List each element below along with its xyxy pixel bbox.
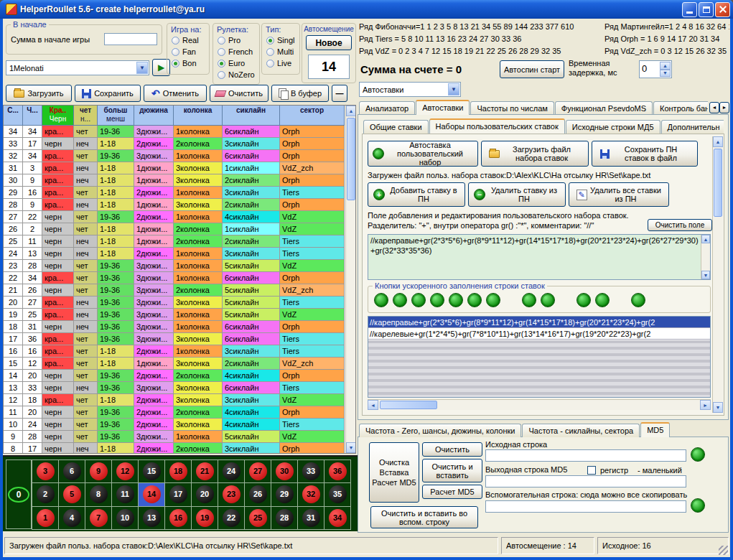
board-cell-23[interactable]: 23 (218, 483, 245, 506)
radio-real[interactable]: Real (172, 35, 209, 45)
subtab-исходные-строки-мд5[interactable]: Исходные строки МД5 (566, 120, 660, 134)
board-cell-6[interactable]: 6 (59, 460, 85, 483)
board-cell-30[interactable]: 30 (271, 460, 298, 483)
panel-vertical-scrollbar[interactable]: ▲ ▼ (712, 136, 723, 413)
edit-area-scrollbar[interactable]: ▲ ▼ (701, 235, 710, 279)
board-cell-16[interactable]: 16 (165, 507, 192, 530)
load-stakes-file-button[interactable]: Загрузить файл набора ставок (481, 141, 589, 167)
board-cell-4[interactable]: 4 (59, 507, 85, 530)
scrollbar-thumb[interactable] (380, 401, 437, 409)
clear-field-button[interactable]: Очистить поле (648, 219, 712, 231)
column-header-3[interactable]: Кра..Черн (42, 106, 74, 126)
board-cell-36[interactable]: 36 (325, 460, 351, 483)
register-checkbox[interactable] (587, 466, 596, 475)
column-header-8[interactable]: сиклайн (223, 106, 280, 126)
board-cell-19[interactable]: 19 (192, 507, 218, 530)
scrollbar-thumb[interactable] (347, 118, 355, 200)
radio-live[interactable]: Live (266, 58, 299, 68)
board-cell-20[interactable]: 20 (192, 483, 218, 506)
stakes-list-item-2[interactable]: //карелевые+gr(1*2*4*5)+gr(7*8*10*11)+gr… (368, 328, 710, 340)
autospin-start-button[interactable]: Автоспин старт (500, 60, 564, 78)
board-cell-21[interactable]: 21 (192, 460, 218, 483)
radio-bon[interactable]: Bon (172, 58, 209, 68)
board-cell-1[interactable]: 1 (32, 507, 59, 530)
bottomtab-md5[interactable]: MD5 (640, 422, 670, 437)
scroll-up-icon[interactable]: ▲ (701, 235, 710, 243)
collapse-button[interactable]: — (332, 85, 347, 102)
radio-pro[interactable]: Pro (218, 35, 259, 45)
save-stakes-file-button[interactable]: Сохранить ПН ставок в файл (592, 141, 698, 167)
board-cell-25[interactable]: 25 (245, 507, 271, 530)
preset-combobox[interactable]: 1Melonati ▼ (6, 60, 149, 75)
board-cell-17[interactable]: 17 (165, 483, 192, 506)
chevron-down-icon[interactable]: ▼ (136, 62, 148, 74)
stake-edit-area[interactable]: //кареправые+gr(2*3*5*6)+gr(8*9*11*12)+g… (368, 234, 711, 280)
load-button[interactable]: Загрузить (6, 85, 72, 102)
chevron-down-icon[interactable]: ▼ (448, 83, 459, 95)
md5-clear-and-paste-button[interactable]: Очистить и вставить (422, 459, 482, 482)
subtab-наборы-пользовательских-ставок[interactable]: Наборы пользовательских ставок (429, 118, 565, 134)
board-cell-2[interactable]: 2 (32, 483, 59, 506)
quick-fill-coin-5[interactable] (449, 293, 463, 307)
copy-to-buffer-button[interactable]: В буфер (271, 85, 329, 102)
stakes-listbox[interactable]: //кареправые+gr(2*3*5*6)+gr(8*9*11*12)+g… (368, 316, 711, 398)
md5-helper-coin-button[interactable] (691, 498, 705, 513)
list-horizontal-scrollbar[interactable]: ◄ ► (368, 399, 711, 410)
board-cell-22[interactable]: 22 (218, 507, 245, 530)
delay-spinner[interactable]: 0 ▲ ▼ (639, 60, 672, 78)
quick-fill-coin-9[interactable] (541, 293, 555, 307)
board-cell-8[interactable]: 8 (85, 483, 112, 506)
bottomtab-частота-сиклайны-сектора[interactable]: Частота - сиклайны, сектора (522, 424, 640, 437)
radio-singl[interactable]: Singl (266, 35, 299, 45)
board-cell-10[interactable]: 10 (112, 507, 139, 530)
board-cell-32[interactable]: 32 (298, 483, 325, 506)
md5-clear-paste-helper-button[interactable]: Очистить и вставить во вспом. строку (370, 506, 478, 528)
quick-fill-coin-1[interactable] (374, 293, 388, 307)
stakes-list-item-1[interactable]: //кареправые+gr(2*3*5*6)+gr(8*9*11*12)+g… (368, 317, 710, 328)
tab-scroll-left-button[interactable]: ◄ (709, 102, 719, 113)
board-cell-12[interactable]: 12 (112, 460, 139, 483)
subtab-дополнительн[interactable]: Дополнительн (661, 120, 724, 134)
board-cell-7[interactable]: 7 (85, 507, 112, 530)
board-cell-31[interactable]: 31 (298, 507, 325, 530)
tab-анализатор[interactable]: Анализатор (359, 101, 415, 115)
tab-функционал-psevdoms[interactable]: Функционал PsevdoMS (555, 101, 653, 115)
spinner-down-icon[interactable]: ▼ (660, 70, 671, 78)
quick-fill-coin-11[interactable] (595, 293, 610, 307)
radio-french[interactable]: French (218, 47, 259, 57)
scroll-up-icon[interactable]: ▲ (346, 106, 356, 116)
new-number-button[interactable]: Новое (306, 35, 352, 50)
tab-частоты-по-числам[interactable]: Частоты по числам (470, 101, 554, 115)
autostake-user-set-button[interactable]: Автоставка пользовательский набор (368, 141, 478, 167)
quick-fill-coin-4[interactable] (430, 293, 444, 307)
md5-source-input[interactable] (485, 449, 686, 462)
scroll-left-icon[interactable]: ◄ (368, 400, 378, 410)
quick-fill-coin-8[interactable] (522, 293, 536, 307)
maximize-button[interactable] (699, 2, 714, 17)
board-cell-29[interactable]: 29 (271, 483, 298, 506)
start-sum-input[interactable] (104, 33, 157, 45)
column-header-5[interactable]: большменш (98, 106, 134, 126)
clear-button[interactable]: Очистить (210, 85, 269, 102)
remove-stake-button[interactable]: −Удалить ставку из ПН (468, 182, 566, 207)
md5-helper-input[interactable] (485, 500, 686, 513)
board-cell-13[interactable]: 13 (139, 507, 165, 530)
tab-scroll-right-button[interactable]: ► (719, 102, 729, 113)
md5-clear-paste-calc-button[interactable]: Очистка Вставка Расчет MD5 (369, 442, 419, 503)
radio-euro[interactable]: Euro (218, 58, 259, 68)
board-cell-11[interactable]: 11 (112, 483, 139, 506)
board-cell-35[interactable]: 35 (325, 483, 351, 506)
autostakes-combobox[interactable]: Автоставки ▼ (359, 82, 461, 97)
subtab-общие-ставки[interactable]: Общие ставки (363, 120, 429, 134)
board-cell-34[interactable]: 34 (325, 507, 351, 530)
save-button[interactable]: Сохранить (75, 85, 141, 102)
tab-автоставки[interactable]: Автоставки (416, 100, 470, 115)
bottomtab-частота-zero-шансы-дюжины-колонки[interactable]: Частота - Zero, шансы, дюжины, колонки (359, 424, 521, 437)
radio-fan[interactable]: Fan (172, 47, 209, 57)
scrollbar-thumb[interactable] (714, 149, 722, 217)
quick-fill-coin-7[interactable] (486, 293, 500, 307)
quick-fill-coin-2[interactable] (393, 293, 407, 307)
column-header-1[interactable]: С... (4, 106, 23, 126)
board-cell-24[interactable]: 24 (218, 460, 245, 483)
quick-fill-coin-12[interactable] (631, 293, 645, 307)
